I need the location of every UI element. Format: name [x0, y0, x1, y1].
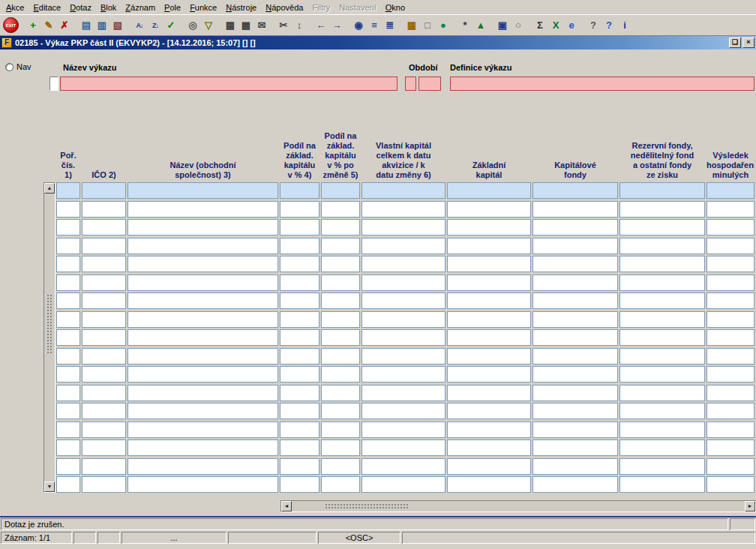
cell-podil-zmena[interactable] — [321, 440, 360, 456]
cell-podil-zaklad[interactable] — [280, 422, 320, 438]
cell-kapitalove-fondy[interactable] — [532, 348, 618, 364]
cell-nazev[interactable] — [128, 476, 278, 493]
cell-vlastni-kapital[interactable] — [362, 422, 446, 438]
scroll-right-icon[interactable]: ► — [745, 501, 755, 512]
nazev-vykazu-input[interactable] — [60, 76, 398, 91]
sum-icon[interactable]: Σ — [532, 18, 548, 33]
nav-radio[interactable] — [5, 63, 14, 71]
cell-rezervni-fondy[interactable] — [620, 182, 705, 199]
cell-nazev[interactable] — [128, 458, 278, 475]
cell-podil-zaklad[interactable] — [280, 458, 320, 475]
cell-vysledek[interactable] — [706, 201, 754, 218]
cell-ico[interactable] — [82, 238, 126, 254]
cell-nazev[interactable] — [128, 311, 278, 328]
cell-podil-zmena[interactable] — [321, 274, 360, 291]
menu-funkce[interactable]: Funkce — [185, 2, 221, 14]
cell-zakladni-kapital[interactable] — [447, 458, 531, 475]
cell-vysledek[interactable] — [706, 329, 754, 346]
cell-ico[interactable] — [82, 476, 126, 493]
cell-por-cis[interactable] — [56, 238, 80, 254]
cell-vlastni-kapital[interactable] — [362, 403, 446, 419]
cell-rezervni-fondy[interactable] — [620, 256, 705, 272]
cell-podil-zmena[interactable] — [321, 201, 360, 218]
menu-napoveda[interactable]: Nápověda — [261, 2, 308, 14]
cell-zakladni-kapital[interactable] — [447, 440, 531, 456]
cell-podil-zmena[interactable] — [321, 385, 360, 401]
cell-podil-zmena[interactable] — [321, 311, 360, 328]
cell-por-cis[interactable] — [56, 366, 80, 382]
cell-zakladni-kapital[interactable] — [447, 329, 531, 346]
cell-podil-zaklad[interactable] — [280, 476, 320, 493]
cell-por-cis[interactable] — [56, 422, 80, 438]
cell-nazev[interactable] — [128, 201, 278, 218]
cell-podil-zaklad[interactable] — [280, 238, 320, 254]
cell-podil-zmena[interactable] — [321, 292, 360, 309]
cell-por-cis[interactable] — [56, 274, 80, 291]
cell-zakladni-kapital[interactable] — [447, 219, 531, 236]
obdobi-input-1[interactable] — [405, 76, 416, 91]
cell-kapitalove-fondy[interactable] — [532, 311, 618, 328]
cell-vlastni-kapital[interactable] — [362, 201, 446, 218]
cell-podil-zmena[interactable] — [321, 182, 360, 199]
cell-nazev[interactable] — [128, 274, 278, 291]
cell-podil-zaklad[interactable] — [280, 256, 320, 272]
cell-zakladni-kapital[interactable] — [447, 256, 531, 272]
cell-zakladni-kapital[interactable] — [447, 403, 531, 419]
cell-podil-zaklad[interactable] — [280, 348, 320, 364]
cell-podil-zaklad[interactable] — [280, 311, 320, 328]
cell-ico[interactable] — [82, 458, 126, 475]
print-icon[interactable]: ▦ — [223, 18, 238, 33]
cell-vysledek[interactable] — [706, 311, 754, 328]
cell-por-cis[interactable] — [56, 458, 80, 475]
cell-zakladni-kapital[interactable] — [447, 201, 531, 218]
cell-rezervni-fondy[interactable] — [620, 238, 705, 254]
cell-podil-zmena[interactable] — [321, 366, 360, 382]
cell-vysledek[interactable] — [706, 440, 754, 456]
scrollbar-grip[interactable] — [325, 503, 409, 510]
cell-por-cis[interactable] — [56, 182, 80, 199]
cell-ico[interactable] — [82, 182, 126, 199]
cell-ico[interactable] — [82, 274, 126, 291]
cell-vlastni-kapital[interactable] — [362, 256, 446, 272]
cell-zakladni-kapital[interactable] — [447, 274, 531, 291]
cell-vlastni-kapital[interactable] — [362, 348, 446, 364]
cell-ico[interactable] — [82, 348, 126, 364]
excel-export-icon[interactable]: X — [548, 18, 563, 33]
cell-ico[interactable] — [82, 403, 126, 419]
commit-icon[interactable]: ✓ — [164, 18, 178, 33]
cell-vlastni-kapital[interactable] — [362, 274, 446, 291]
cell-por-cis[interactable] — [56, 440, 80, 456]
cell-vlastni-kapital[interactable] — [362, 219, 446, 236]
cell-vysledek[interactable] — [706, 476, 754, 493]
document-icon[interactable]: □ — [420, 18, 435, 33]
clear-record-icon[interactable]: ▧ — [110, 18, 125, 33]
delete-record-icon[interactable]: ✗ — [57, 18, 72, 33]
cell-rezervni-fondy[interactable] — [620, 348, 705, 364]
cell-vysledek[interactable] — [706, 274, 754, 291]
window-icon[interactable]: ▣ — [495, 18, 510, 33]
cell-podil-zaklad[interactable] — [280, 403, 320, 419]
cell-vlastni-kapital[interactable] — [362, 182, 446, 199]
zoom-icon[interactable]: ◉ — [351, 18, 366, 33]
cell-ico[interactable] — [82, 256, 126, 272]
cell-vlastni-kapital[interactable] — [362, 238, 446, 254]
cell-vysledek[interactable] — [706, 458, 754, 475]
cell-ico[interactable] — [82, 422, 126, 438]
cell-kapitalove-fondy[interactable] — [532, 422, 618, 438]
undo-icon[interactable]: ← — [314, 18, 328, 33]
cell-podil-zmena[interactable] — [321, 403, 360, 419]
cell-nazev[interactable] — [128, 292, 278, 309]
calendar-icon[interactable]: ▦ — [404, 18, 419, 33]
cell-zakladni-kapital[interactable] — [447, 385, 531, 401]
menu-okno[interactable]: Okno — [381, 2, 410, 14]
cell-kapitalove-fondy[interactable] — [532, 458, 618, 475]
cell-rezervni-fondy[interactable] — [620, 311, 705, 328]
cell-por-cis[interactable] — [56, 403, 80, 419]
cell-vlastni-kapital[interactable] — [362, 440, 446, 456]
cell-nazev[interactable] — [128, 219, 278, 236]
menu-pole[interactable]: Pole — [160, 2, 185, 14]
cell-nazev[interactable] — [128, 329, 278, 346]
cell-kapitalove-fondy[interactable] — [532, 201, 618, 218]
cell-vlastni-kapital[interactable] — [362, 329, 446, 346]
cell-nazev[interactable] — [128, 182, 278, 199]
